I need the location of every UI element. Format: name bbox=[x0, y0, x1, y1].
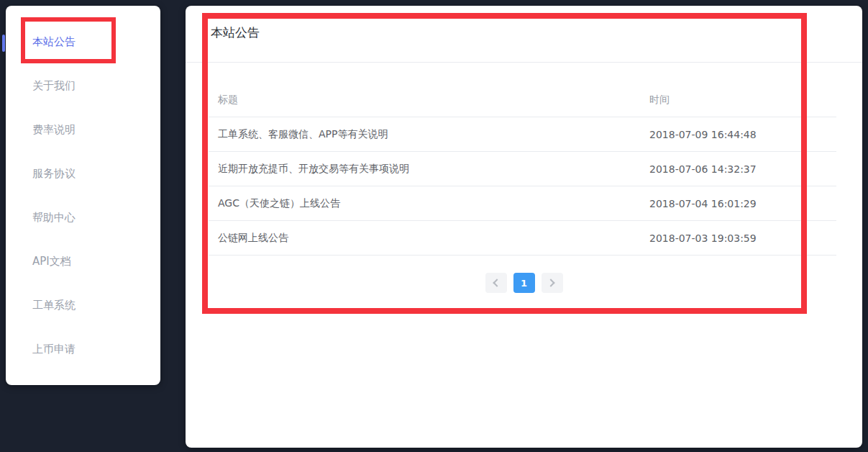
sidebar-item-site-announcements[interactable]: 本站公告 bbox=[6, 20, 160, 64]
table-row[interactable]: AGC（天使之链）上线公告2018-07-04 16:01:29 bbox=[209, 186, 836, 221]
table-row[interactable]: 公链网上线公告2018-07-03 19:03:59 bbox=[209, 221, 836, 256]
sidebar-item-help-center[interactable]: 帮助中心 bbox=[6, 196, 160, 240]
sidebar-item-ticket-system[interactable]: 工单系统 bbox=[6, 284, 160, 327]
sidebar-menu: 本站公告关于我们费率说明服务协议帮助中心API文档工单系统上币申请 bbox=[6, 6, 160, 371]
sidebar-item-about-us[interactable]: 关于我们 bbox=[6, 64, 160, 108]
announcement-timestamp: 2018-07-03 19:03:59 bbox=[649, 232, 836, 244]
announcements-table: 标题 时间 工单系统、客服微信、APP等有关说明2018-07-09 16:44… bbox=[209, 83, 836, 256]
table-row[interactable]: 近期开放充提币、开放交易等有关事项说明2018-07-06 14:32:37 bbox=[209, 152, 836, 186]
sidebar-item-listing-application[interactable]: 上币申请 bbox=[6, 327, 160, 371]
announcement-timestamp: 2018-07-09 16:44:48 bbox=[649, 129, 836, 140]
panel-header: 本站公告 bbox=[186, 6, 862, 63]
sidebar-item-fee-rates[interactable]: 费率说明 bbox=[6, 108, 160, 152]
sidebar-item-api-docs[interactable]: API文档 bbox=[6, 240, 160, 284]
announcement-timestamp: 2018-07-06 14:32:37 bbox=[649, 163, 836, 175]
active-item-indicator bbox=[2, 35, 5, 52]
table-header-row: 标题 时间 bbox=[209, 83, 836, 117]
announcement-title-link[interactable]: 近期开放充提币、开放交易等有关事项说明 bbox=[209, 163, 649, 176]
chevron-left-icon bbox=[493, 279, 501, 286]
sidebar: 本站公告关于我们费率说明服务协议帮助中心API文档工单系统上币申请 bbox=[6, 6, 160, 385]
pagination: 1 bbox=[186, 273, 862, 293]
announcement-title-link[interactable]: 公链网上线公告 bbox=[209, 232, 649, 245]
page-title: 本站公告 bbox=[211, 6, 260, 59]
pagination-page-1[interactable]: 1 bbox=[513, 273, 535, 293]
pagination-prev-button[interactable] bbox=[485, 273, 507, 293]
announcements-panel: 本站公告 标题 时间 工单系统、客服微信、APP等有关说明2018-07-09 … bbox=[186, 6, 862, 448]
chevron-right-icon bbox=[547, 279, 554, 286]
table-row[interactable]: 工单系统、客服微信、APP等有关说明2018-07-09 16:44:48 bbox=[209, 117, 836, 152]
announcement-title-link[interactable]: 工单系统、客服微信、APP等有关说明 bbox=[209, 128, 649, 141]
announcement-timestamp: 2018-07-04 16:01:29 bbox=[649, 198, 836, 209]
announcement-title-link[interactable]: AGC（天使之链）上线公告 bbox=[209, 197, 649, 210]
column-header-time: 时间 bbox=[649, 94, 836, 107]
column-header-title: 标题 bbox=[209, 94, 649, 107]
table-body: 工单系统、客服微信、APP等有关说明2018-07-09 16:44:48近期开… bbox=[209, 117, 836, 256]
sidebar-item-service-agreement[interactable]: 服务协议 bbox=[6, 152, 160, 196]
pagination-next-button[interactable] bbox=[542, 273, 563, 293]
